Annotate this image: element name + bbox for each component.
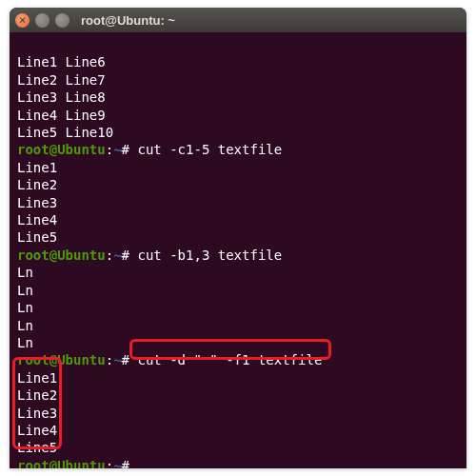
output-line: Line5 Line10: [17, 125, 113, 140]
command-text: cut -c1-5 textfile: [137, 142, 282, 157]
output-line: Line5: [17, 440, 57, 455]
prompt-path: ~: [113, 248, 121, 263]
prompt-symbol: #: [122, 352, 129, 367]
maximize-icon[interactable]: [55, 13, 69, 28]
prompt-path: ~: [113, 458, 121, 468]
prompt-symbol: #: [122, 458, 129, 468]
output-line: Ln: [17, 283, 33, 298]
prompt-user-host: root@Ubuntu: [17, 458, 106, 468]
output-line: Ln: [17, 300, 33, 315]
prompt-line[interactable]: root@Ubuntu:~#: [17, 458, 129, 468]
output-line: Line5: [17, 229, 57, 245]
prompt-line: root@Ubuntu:~# cut -b1,3 textfile: [17, 248, 282, 263]
command-text: cut -d " " -f1 textfile: [137, 352, 322, 367]
prompt-line: root@Ubuntu:~# cut -d " " -f1 textfile: [17, 352, 322, 367]
prompt-symbol: #: [122, 142, 129, 157]
prompt-sep: :: [106, 248, 113, 263]
output-line: Line2: [17, 387, 57, 403]
titlebar: × root@Ubuntu: ~: [10, 8, 466, 32]
output-line: Ln: [17, 265, 33, 280]
prompt-sep: :: [106, 458, 113, 468]
minimize-icon[interactable]: [35, 13, 50, 28]
output-line: Line2: [17, 177, 57, 192]
prompt-symbol: #: [122, 248, 129, 263]
prompt-user-host: root@Ubuntu: [17, 352, 106, 367]
command-text: cut -b1,3 textfile: [137, 248, 282, 263]
output-line: Line4 Line9: [17, 108, 106, 123]
output-line: Line1: [17, 160, 57, 175]
prompt-line: root@Ubuntu:~# cut -c1-5 textfile: [17, 142, 282, 157]
output-line: Line4: [17, 212, 57, 228]
window-title: root@Ubuntu: ~: [81, 13, 175, 28]
output-line: Ln: [17, 335, 33, 350]
prompt-user-host: root@Ubuntu: [17, 142, 106, 157]
prompt-path: ~: [113, 142, 121, 157]
output-line: Line1: [17, 370, 57, 386]
close-icon[interactable]: ×: [15, 13, 30, 28]
output-line: Ln: [17, 318, 33, 333]
prompt-user-host: root@Ubuntu: [17, 248, 106, 263]
terminal-window: × root@Ubuntu: ~ Line1 Line6 Line2 Line7…: [10, 8, 466, 468]
prompt-path: ~: [113, 352, 121, 367]
output-line: Line3: [17, 195, 57, 210]
prompt-sep: :: [106, 142, 113, 157]
prompt-sep: :: [106, 352, 113, 367]
output-line: Line2 Line7: [17, 72, 106, 88]
output-line: Line1 Line6: [17, 54, 106, 69]
terminal-output[interactable]: Line1 Line6 Line2 Line7 Line3 Line8 Line…: [10, 32, 466, 468]
output-line: Line4: [17, 423, 57, 438]
output-line: Line3 Line8: [17, 89, 106, 105]
output-line: Line3: [17, 406, 57, 421]
